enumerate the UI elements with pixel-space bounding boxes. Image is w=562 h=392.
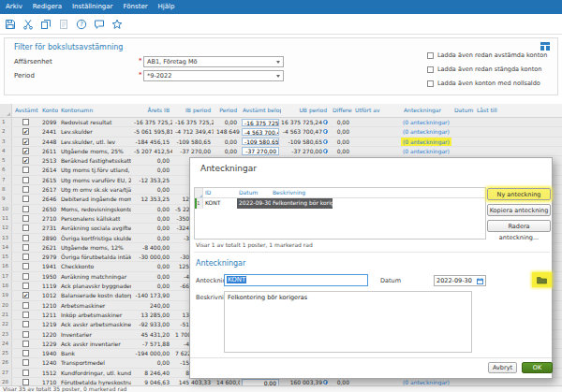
checkbox[interactable] [22, 215, 29, 222]
checkbox[interactable] [22, 196, 29, 202]
column-header--rets-ib[interactable]: Årets IB [131, 104, 172, 117]
table-row[interactable]: 2✔2441Lev.skulder-5 061 595,81-4 712 349… [0, 127, 562, 137]
checkbox[interactable] [22, 331, 29, 338]
period-select[interactable]: *9-2022 [143, 70, 284, 81]
column-header-differens[interactable]: Differens [330, 104, 352, 117]
cell-avstamt-belopp[interactable]: -4 563 700,47 [242, 128, 279, 136]
table-row[interactable]: 3✔2448Lev.skulder, utl. lev-184 456,15-1… [0, 138, 562, 147]
cell-avstamt-belopp[interactable]: -109 580,65 [242, 138, 279, 145]
cell-arets-ib: -16 375 725,24 [131, 118, 172, 126]
notes-column-header-id[interactable]: ID [203, 188, 237, 197]
cell-konto: 1219 [39, 320, 58, 328]
column-header-avst-mt-belopp[interactable]: Avstämt belopp [240, 104, 281, 117]
checkbox[interactable] [22, 263, 29, 269]
notes-dialog: Anteckningar IDDatumBeskrivning 1KONT202… [189, 157, 553, 379]
avstamt-cell [12, 311, 39, 319]
button-radera-anteckning[interactable]: Radera anteckning... [487, 220, 551, 232]
checkbox[interactable] [22, 254, 29, 260]
paste-icon[interactable] [57, 18, 70, 31]
menu-item-fönster[interactable]: Fönster [124, 0, 148, 14]
cancel-button[interactable]: Avbryt [488, 362, 517, 373]
checkbox[interactable] [22, 235, 29, 241]
info-icon[interactable] [323, 149, 328, 153]
checkbox[interactable] [22, 119, 29, 125]
checkbox[interactable] [22, 321, 29, 327]
description-textarea[interactable]: Felkontering bör korigeras [224, 291, 472, 353]
menu-item-inställningar[interactable]: Inställningar [72, 0, 113, 14]
column-header-konto[interactable]: Konto [39, 104, 58, 117]
calendar-icon[interactable] [477, 278, 483, 284]
checkbox-checked[interactable]: ✔ [22, 157, 29, 164]
checkbox[interactable] [22, 370, 29, 376]
cut-icon[interactable] [22, 18, 35, 31]
column-header-avst-mt[interactable]: Avstämt [12, 104, 39, 117]
checkbox[interactable] [22, 177, 29, 183]
note-id-input[interactable]: KONT [224, 274, 368, 286]
panel-toggle-icon[interactable] [540, 42, 550, 51]
help-icon[interactable]: ? [75, 18, 88, 31]
checkbox[interactable] [22, 273, 29, 280]
row-number: 20 [0, 301, 12, 310]
ok-button[interactable]: OK [522, 362, 553, 373]
checkbox[interactable] [22, 359, 29, 366]
cell-period: 148 649,00 [214, 127, 240, 136]
checkbox[interactable] [427, 66, 434, 73]
button-kopiera-anteckning[interactable]: Kopiera anteckning [487, 204, 551, 216]
column-header-ub-period[interactable]: UB period [281, 104, 330, 117]
folder-icon[interactable] [537, 276, 547, 284]
column-header-anteckningar[interactable]: Anteckningar [401, 104, 451, 117]
column-header-kontonamn[interactable]: Kontonamn [58, 104, 131, 117]
checkbox[interactable] [22, 350, 29, 356]
column-header-period[interactable]: Period [214, 104, 240, 117]
checkbox[interactable] [22, 302, 29, 309]
checkbox[interactable] [427, 80, 434, 87]
cell-konto: 1229 [39, 340, 58, 348]
column-header-l-st-till[interactable]: Låst till [474, 104, 498, 117]
menu-item-hjälp[interactable]: Hjälp [158, 0, 175, 14]
cell-avstamt-belopp[interactable]: -16 375 725,24 [242, 119, 279, 126]
column-header-utf-rt-av[interactable]: Utfört av [352, 104, 401, 117]
checkbox-checked[interactable]: ✔ [22, 138, 29, 145]
checkbox[interactable] [22, 167, 29, 173]
checkbox[interactable] [427, 52, 434, 59]
checkbox-checked[interactable]: ✔ [22, 292, 29, 298]
info-icon[interactable] [323, 380, 328, 385]
checkbox[interactable] [22, 244, 29, 251]
table-row[interactable]: 12099Redovisat resultat-16 375 725,24-16… [0, 118, 562, 127]
notes-list-row[interactable]: 1KONT2022-09-30Felkontering bör korigera… [195, 198, 485, 209]
checkbox-checked[interactable]: ✔ [22, 148, 29, 154]
checkbox[interactable] [22, 341, 29, 347]
column-header-ib-period[interactable]: IB period [172, 104, 214, 117]
checkbox[interactable] [22, 186, 29, 193]
notes-link[interactable]: (0 anteckningar) [403, 128, 450, 135]
business-unit-select[interactable]: AB1, Företag Mö [143, 56, 284, 67]
column-header-datum[interactable]: Datum [451, 104, 474, 117]
avstamt-cell [12, 358, 39, 367]
copy-icon[interactable] [39, 18, 52, 31]
info-icon[interactable] [323, 129, 328, 134]
checkbox[interactable] [22, 283, 29, 289]
checkbox-checked[interactable]: ✔ [22, 128, 29, 135]
checkbox[interactable] [22, 379, 29, 385]
table-row[interactable]: 4✔2611Utgående moms, 25%-5 207 412,54-37… [0, 147, 562, 156]
star-icon[interactable] [111, 18, 124, 31]
notes-column-header-beskrivning[interactable]: Beskrivning [271, 188, 333, 197]
info-icon[interactable] [323, 120, 328, 124]
notes-column-header-datum[interactable]: Datum [237, 188, 271, 197]
menu-item-redigera[interactable]: Redigera [33, 0, 62, 14]
checkbox[interactable] [22, 312, 29, 318]
checkbox[interactable] [22, 206, 29, 212]
row-number: 23 [0, 330, 12, 339]
cell-avstamt-belopp[interactable]: -37 270,00 [242, 147, 279, 154]
info-icon[interactable] [323, 139, 328, 144]
date-input[interactable]: 2022-09-30 [434, 275, 486, 286]
button-ny-anteckning[interactable]: Ny anteckning [487, 188, 551, 200]
notes-link[interactable]: (0 anteckningar) [403, 119, 450, 125]
notes-link[interactable]: (0 anteckningar) [403, 148, 450, 154]
save-icon[interactable] [4, 18, 17, 31]
cell-last-till [474, 118, 498, 126]
menu-item-arkiv[interactable]: Arkiv [6, 0, 22, 14]
comment-icon[interactable] [93, 18, 106, 31]
notes-link[interactable]: (0 anteckningar) [403, 138, 450, 145]
checkbox[interactable] [22, 225, 29, 231]
